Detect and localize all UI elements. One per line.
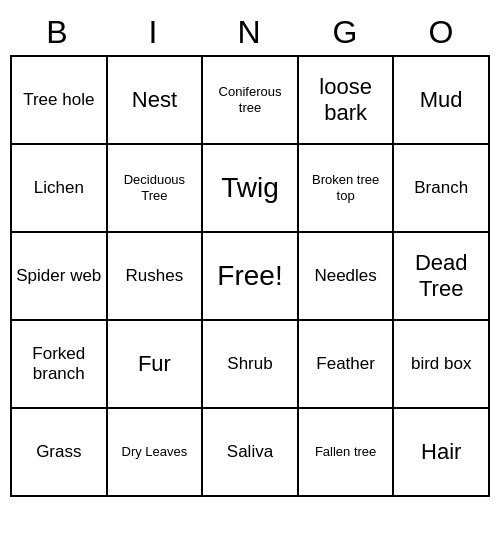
bingo-cell-20: Grass [12, 409, 108, 497]
bingo-cell-22: Saliva [203, 409, 299, 497]
bingo-cell-text-8: Broken tree top [303, 172, 389, 203]
bingo-cell-text-4: Mud [420, 87, 463, 113]
bingo-cell-9: Branch [394, 145, 490, 233]
bingo-cell-11: Rushes [108, 233, 204, 321]
bingo-grid: Tree holeNestConiferous treeloose barkMu… [10, 55, 490, 497]
header-letter-O: O [394, 10, 490, 55]
bingo-cell-text-0: Tree hole [23, 90, 94, 110]
header-letter-N: N [202, 10, 298, 55]
bingo-cell-text-13: Needles [314, 266, 376, 286]
bingo-cell-text-2: Coniferous tree [207, 84, 293, 115]
bingo-cell-text-10: Spider web [16, 266, 101, 286]
bingo-container: BINGO Tree holeNestConiferous treeloose … [10, 10, 490, 497]
bingo-cell-text-5: Lichen [34, 178, 84, 198]
bingo-cell-text-23: Fallen tree [315, 444, 376, 460]
bingo-cell-text-3: loose bark [303, 74, 389, 127]
bingo-header: BINGO [10, 10, 490, 55]
bingo-cell-6: Deciduous Tree [108, 145, 204, 233]
bingo-cell-2: Coniferous tree [203, 57, 299, 145]
bingo-cell-21: Dry Leaves [108, 409, 204, 497]
header-letter-G: G [298, 10, 394, 55]
bingo-cell-5: Lichen [12, 145, 108, 233]
bingo-cell-text-15: Forked branch [16, 344, 102, 385]
bingo-cell-15: Forked branch [12, 321, 108, 409]
bingo-cell-text-21: Dry Leaves [122, 444, 188, 460]
bingo-cell-23: Fallen tree [299, 409, 395, 497]
bingo-cell-text-16: Fur [138, 351, 171, 377]
bingo-cell-13: Needles [299, 233, 395, 321]
bingo-cell-text-7: Twig [221, 171, 279, 205]
bingo-cell-text-19: bird box [411, 354, 471, 374]
bingo-cell-text-20: Grass [36, 442, 81, 462]
header-letter-B: B [10, 10, 106, 55]
bingo-cell-text-11: Rushes [126, 266, 184, 286]
bingo-cell-24: Hair [394, 409, 490, 497]
bingo-cell-4: Mud [394, 57, 490, 145]
bingo-cell-text-6: Deciduous Tree [112, 172, 198, 203]
bingo-cell-text-9: Branch [414, 178, 468, 198]
bingo-cell-text-14: Dead Tree [398, 250, 484, 303]
bingo-cell-8: Broken tree top [299, 145, 395, 233]
header-letter-I: I [106, 10, 202, 55]
bingo-cell-3: loose bark [299, 57, 395, 145]
bingo-cell-18: Feather [299, 321, 395, 409]
bingo-cell-12: Free! [203, 233, 299, 321]
bingo-cell-text-17: Shrub [227, 354, 272, 374]
bingo-cell-text-12: Free! [217, 259, 282, 293]
bingo-cell-14: Dead Tree [394, 233, 490, 321]
bingo-cell-19: bird box [394, 321, 490, 409]
bingo-cell-0: Tree hole [12, 57, 108, 145]
bingo-cell-7: Twig [203, 145, 299, 233]
bingo-cell-1: Nest [108, 57, 204, 145]
bingo-cell-text-1: Nest [132, 87, 177, 113]
bingo-cell-text-24: Hair [421, 439, 461, 465]
bingo-cell-text-18: Feather [316, 354, 375, 374]
bingo-cell-text-22: Saliva [227, 442, 273, 462]
bingo-cell-10: Spider web [12, 233, 108, 321]
bingo-cell-16: Fur [108, 321, 204, 409]
bingo-cell-17: Shrub [203, 321, 299, 409]
